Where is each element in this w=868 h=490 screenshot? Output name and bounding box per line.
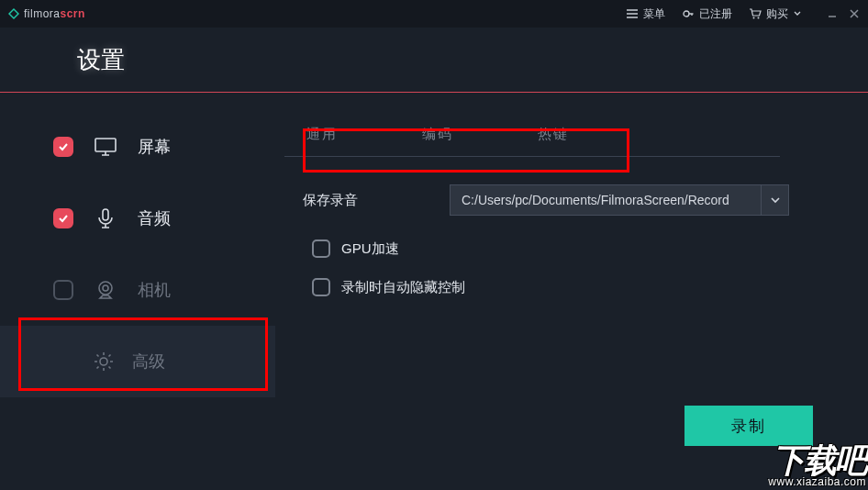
checkbox-screen[interactable] [53,137,73,157]
sidebar-item-advanced[interactable]: 高级 [0,326,275,397]
sidebar-item-label: 相机 [138,279,171,301]
svg-rect-6 [103,209,108,220]
tabs: 通用 编码 热键 [284,109,780,157]
svg-point-8 [103,285,108,291]
webcam-icon [94,278,117,302]
sidebar-item-screen[interactable]: 屏幕 [0,111,275,183]
close-button[interactable] [848,7,861,20]
checkbox-audio[interactable] [53,208,73,228]
chevron-down-icon[interactable] [761,185,788,215]
record-button[interactable]: 录制 [684,406,813,446]
logo-icon [7,7,20,20]
row-gpu: GPU加速 [303,239,831,258]
tab-encode[interactable]: 编码 [422,126,453,143]
menu-button[interactable]: 菜单 [626,6,665,22]
svg-point-7 [99,282,112,295]
save-path-label: 保存录音 [303,192,450,209]
svg-point-2 [684,11,689,17]
page-title: 设置 [77,44,125,76]
sidebar-item-label: 高级 [132,351,165,373]
svg-point-9 [100,358,107,365]
row-autohide: 录制时自动隐藏控制 [303,278,831,296]
gpu-label: GPU加速 [341,240,399,258]
microphone-icon [94,206,117,230]
menu-label: 菜单 [643,6,665,22]
gear-icon [92,350,116,373]
save-path-select[interactable]: C:/Users/pc/Documents/FilmoraScreen/Reco… [450,184,789,216]
logo-text: filmorascrn [24,7,85,20]
sidebar: 屏幕 音频 相机 高级 [0,93,275,490]
header: 设置 [0,28,868,92]
chevron-down-icon [793,7,802,20]
titlebar: filmorascrn 菜单 已注册 购买 [0,0,868,28]
content-pane: 通用 编码 热键 保存录音 C:/Users/pc/Documents/Film… [275,93,868,490]
checkbox-camera[interactable] [53,280,73,300]
hamburger-icon [626,7,639,20]
svg-point-3 [753,17,755,19]
app-logo: filmorascrn [7,7,85,20]
save-path-value: C:/Users/pc/Documents/FilmoraScreen/Reco… [462,193,761,207]
checkbox-autohide[interactable] [312,278,330,296]
row-save-path: 保存录音 C:/Users/pc/Documents/FilmoraScreen… [303,184,831,216]
buy-label: 购买 [766,6,788,22]
tab-hotkey[interactable]: 热键 [538,126,569,143]
sidebar-item-camera[interactable]: 相机 [0,254,275,326]
autohide-label: 录制时自动隐藏控制 [341,279,465,296]
checkbox-gpu[interactable] [312,239,330,258]
key-icon [682,7,695,20]
minimize-button[interactable] [826,7,839,20]
registered-label: 已注册 [699,6,732,22]
record-label: 录制 [731,416,766,437]
monitor-icon [94,135,117,159]
svg-rect-5 [95,139,116,151]
sidebar-item-label: 屏幕 [138,136,171,158]
sidebar-item-label: 音频 [138,207,171,229]
svg-point-4 [758,17,760,19]
cart-icon [749,7,762,20]
registered-button[interactable]: 已注册 [682,6,732,22]
sidebar-item-audio[interactable]: 音频 [0,183,275,254]
buy-button[interactable]: 购买 [749,6,802,22]
tab-general[interactable]: 通用 [306,126,338,143]
